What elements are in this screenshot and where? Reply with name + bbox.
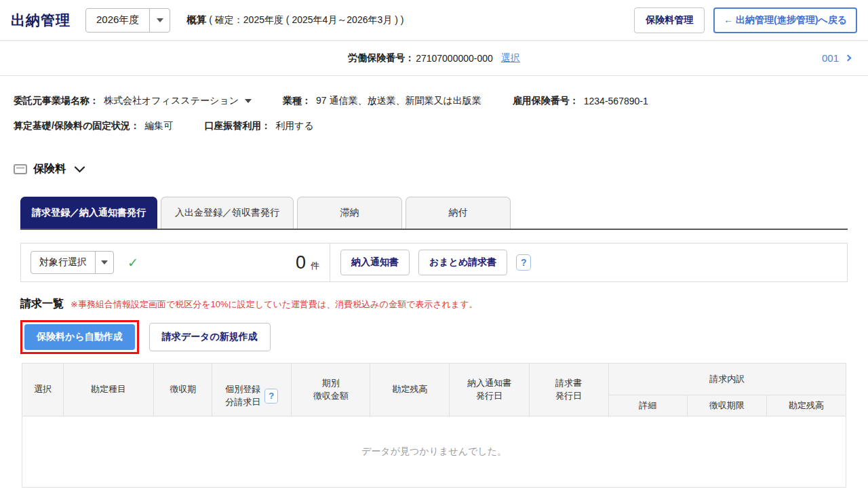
col-header-invoice-issue-date: 請求書 発行日 — [529, 364, 608, 416]
help-icon[interactable]: ? — [516, 254, 531, 271]
insurance-management-button[interactable]: 保険料管理 — [634, 7, 705, 33]
industry-group: 業種： 97 通信業、放送業、新聞業又は出版業 — [283, 95, 481, 107]
page-title: 出納管理 — [11, 11, 71, 30]
account-transfer-label: 口座振替利用： — [204, 120, 271, 132]
account-transfer-group: 口座振替利用： 利用する — [204, 120, 314, 132]
payment-notice-button[interactable]: 納入通知書 — [340, 250, 410, 275]
client-name-group: 委託元事業場名称： 株式会社オフィスステーション — [14, 95, 252, 107]
selected-count-unit: 件 — [311, 260, 319, 272]
chevron-down-icon[interactable] — [75, 166, 85, 173]
chevron-down-icon[interactable] — [149, 9, 170, 32]
col-header-breakdown-deadline: 徴収期限 — [687, 395, 766, 416]
section-title: 保険料 — [33, 162, 66, 176]
tab-deposit-withdrawal[interactable]: 入出金登録／領収書発行 — [161, 197, 294, 229]
industry-label: 業種： — [283, 95, 311, 107]
click-highlight: 保険料から自動作成 — [20, 320, 139, 354]
empty-message: データが見つかりませんでした。 — [22, 416, 846, 488]
pager-value: 001 — [822, 52, 839, 64]
billing-table: 選択 勘定種目 徴収期 個別登録 分請求日 ? 期別 徴収金額 勘定残高 納入通… — [22, 363, 846, 488]
col-header-collection-period: 徴収期 — [154, 364, 212, 416]
employment-insurance-value: 1234-567890-1 — [584, 96, 648, 106]
client-name-label: 委託元事業場名称： — [14, 95, 99, 107]
help-icon[interactable]: ? — [264, 389, 278, 404]
account-transfer-value: 利用する — [275, 120, 314, 132]
check-icon: ✓ — [127, 255, 138, 271]
selected-count: 0 件 — [296, 252, 330, 273]
col-header-period-amount: 期別 徴収金額 — [292, 364, 370, 416]
card-icon — [14, 164, 27, 174]
toolbar-left: 対象行選択 ✓ 0 件 — [21, 243, 330, 281]
app-header: 出納管理 2026年度 概算 ( 確定：2025年度 ( 2025年4月～202… — [0, 0, 868, 41]
billing-actions: 保険料から自動作成 請求データの新規作成 — [20, 320, 848, 354]
col-header-notice-issue-date: 納入通知書 発行日 — [450, 364, 529, 416]
insurance-number-label: 労働保険番号： — [348, 52, 414, 64]
chevron-right-icon[interactable] — [845, 55, 852, 62]
chevron-down-icon[interactable] — [245, 99, 252, 103]
target-row-select-value: 対象行選択 — [31, 252, 95, 273]
period-label: 概算 — [186, 14, 206, 25]
fixed-status-label: 算定基礎/保険料の固定状況： — [14, 120, 140, 132]
auto-create-from-premium-button[interactable]: 保険料から自動作成 — [24, 324, 135, 350]
industry-value: 97 通信業、放送業、新聞業又は出版業 — [316, 95, 481, 107]
col-header-individual-billing-date: 個別登録 分請求日 ? — [212, 364, 292, 416]
fiscal-year-value: 2026年度 — [86, 9, 149, 32]
fixed-status-value: 編集可 — [144, 120, 173, 132]
billing-list-note: ※事務組合情報設定画面で税区分を10%に設定していた運営費は、消費税込みの金額で… — [71, 298, 477, 311]
selection-toolbar: 対象行選択 ✓ 0 件 納入通知書 おまとめ請求書 ? — [20, 243, 848, 282]
tab-payment[interactable]: 納付 — [406, 197, 511, 229]
tab-billing-registration[interactable]: 請求登録／納入通知書発行 — [20, 197, 157, 229]
billing-list-title: 請求一覧 — [20, 297, 64, 311]
employment-insurance-label: 雇用保険番号： — [513, 95, 579, 107]
toolbar-right: 納入通知書 おまとめ請求書 ? — [330, 243, 531, 281]
back-to-progress-button[interactable]: ← 出納管理(進捗管理)へ戻る — [713, 7, 857, 33]
col-header-account-item: 勘定種目 — [64, 364, 154, 416]
bulk-invoice-button[interactable]: おまとめ請求書 — [418, 250, 507, 275]
tab-arrears[interactable]: 滞納 — [297, 197, 402, 229]
employment-insurance-group: 雇用保険番号： 1234-567890-1 — [513, 95, 648, 107]
fiscal-year-select[interactable]: 2026年度 — [85, 8, 170, 33]
fixed-status-group: 算定基礎/保険料の固定状況： 編集可 — [14, 120, 173, 132]
selected-count-value: 0 — [296, 252, 306, 273]
period-info: 概算 ( 確定：2025年度 ( 2025年4月～2026年3月 ) ) — [186, 14, 403, 26]
select-insurance-link[interactable]: 選択 — [501, 52, 520, 64]
col-header-breakdown-balance: 勘定残高 — [766, 395, 846, 416]
col-header-breakdown-detail: 詳細 — [608, 395, 687, 416]
col-header-billing-breakdown: 請求内訳 — [608, 364, 846, 395]
table-row: データが見つかりませんでした。 — [22, 416, 846, 488]
pager[interactable]: 001 — [822, 52, 850, 64]
client-name-value: 株式会社オフィスステーション — [104, 95, 239, 107]
period-detail: ( 確定：2025年度 ( 2025年4月～2026年3月 ) ) — [209, 14, 403, 25]
target-row-select[interactable]: 対象行選択 — [31, 251, 114, 274]
individual-billing-date-label: 個別登録 分請求日 — [225, 383, 260, 409]
insurance-premium-section-header[interactable]: 保険料 — [14, 162, 868, 176]
col-header-select: 選択 — [22, 364, 64, 416]
premium-tabs: 請求登録／納入通知書発行 入出金登録／領収書発行 滞納 納付 — [20, 197, 848, 230]
billing-list-header: 請求一覧 ※事務組合情報設定画面で税区分を10%に設定していた運営費は、消費税込… — [20, 297, 848, 311]
company-info: 委託元事業場名称： 株式会社オフィスステーション 業種： 97 通信業、放送業、… — [0, 76, 868, 132]
col-header-account-balance: 勘定残高 — [370, 364, 450, 416]
insurance-number-bar: 労働保険番号： 27107000000-000 選択 001 — [0, 41, 868, 76]
insurance-number-value: 27107000000-000 — [416, 53, 493, 64]
new-billing-data-button[interactable]: 請求データの新規作成 — [149, 323, 271, 351]
chevron-down-icon[interactable] — [95, 252, 113, 273]
